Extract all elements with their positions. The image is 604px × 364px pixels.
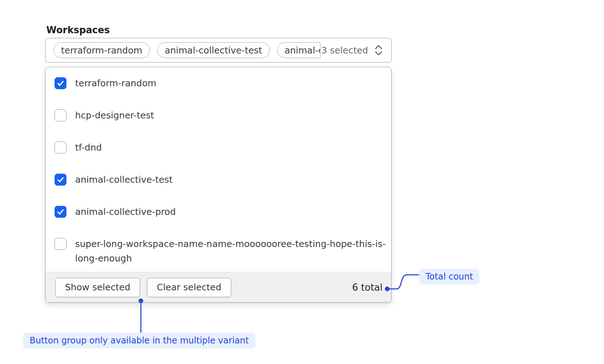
check-icon: [56, 79, 65, 88]
selected-count: 3 selected: [322, 45, 368, 56]
selected-tag-truncated: animal-co: [277, 42, 320, 58]
option-hcp-designer-test[interactable]: hcp-designer-test: [55, 108, 388, 123]
option-animal-collective-prod[interactable]: animal-collective-prod: [55, 205, 388, 219]
selected-tag: terraform-random: [53, 42, 150, 58]
option-super-long-workspace[interactable]: super-long-workspace-name-name-moooooore…: [55, 237, 388, 266]
caret-up-down-icon: [373, 44, 384, 56]
check-icon: [56, 175, 65, 184]
show-selected-button[interactable]: Show selected: [55, 278, 140, 297]
checkbox-checked-icon[interactable]: [55, 206, 66, 218]
clear-selected-button[interactable]: Clear selected: [147, 278, 231, 297]
option-label: hcp-designer-test: [75, 108, 154, 123]
option-label: animal-collective-test: [75, 173, 173, 187]
checkbox-unchecked-icon[interactable]: [55, 238, 66, 250]
checkbox-checked-icon[interactable]: [55, 174, 66, 186]
workspaces-label: Workspaces: [46, 25, 110, 35]
option-tf-dnd[interactable]: tf-dnd: [55, 140, 388, 155]
checkbox-unchecked-icon[interactable]: [55, 142, 66, 153]
multi-select-trigger[interactable]: terraform-random animal-collective-test …: [45, 38, 392, 62]
option-label: animal-collective-prod: [75, 205, 176, 219]
checkbox-checked-icon[interactable]: [55, 77, 66, 89]
superselect-demo: Workspaces terraform-random animal-colle…: [0, 0, 604, 364]
dropdown-footer: Show selected Clear selected 6 total: [46, 272, 391, 302]
total-count-annotation: Total count: [419, 269, 479, 285]
button-group-connector-line: [135, 296, 146, 336]
option-terraform-random[interactable]: terraform-random: [55, 76, 388, 91]
option-animal-collective-test[interactable]: animal-collective-test: [55, 173, 388, 187]
option-list: terraform-random hcp-designer-test tf-dn…: [46, 67, 391, 272]
selected-count-group: 3 selected: [322, 44, 384, 56]
check-icon: [56, 207, 65, 216]
dropdown-panel: terraform-random hcp-designer-test tf-dn…: [45, 67, 392, 303]
total-count-text: 6 total: [352, 282, 383, 293]
total-count-connector-line: [383, 271, 423, 292]
option-label: terraform-random: [75, 76, 156, 91]
selected-tag: animal-collective-test: [157, 42, 270, 58]
option-label: tf-dnd: [75, 140, 102, 155]
option-label: super-long-workspace-name-name-moooooore…: [75, 237, 388, 266]
button-group-annotation: Button group only available in the multi…: [23, 333, 255, 348]
connector-dot: [139, 299, 143, 303]
checkbox-unchecked-icon[interactable]: [55, 109, 66, 121]
selected-tags: terraform-random animal-collective-test …: [53, 42, 320, 58]
connector-dot: [385, 287, 390, 291]
